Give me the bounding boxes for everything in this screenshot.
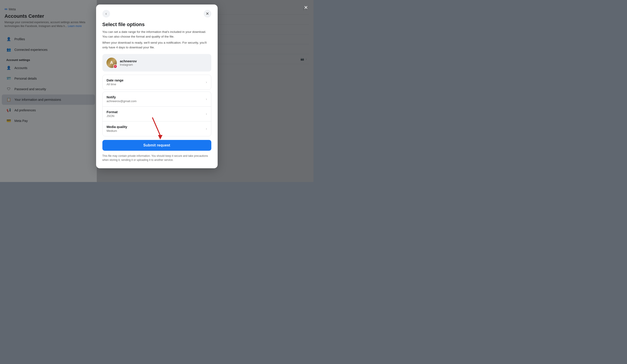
date-range-left: Date range All time [107, 79, 124, 86]
format-left: Format JSON [107, 110, 118, 118]
media-quality-label: Media quality [107, 125, 127, 129]
modal-close-button[interactable]: ✕ [204, 10, 211, 18]
notify-label: Notify [107, 95, 137, 99]
modal-back-button[interactable]: ‹ [103, 10, 110, 18]
date-range-option[interactable]: Date range All time › [103, 75, 211, 90]
notify-chevron: › [206, 97, 207, 101]
modal-dialog: ‹ ✕ Select file options You can set a da… [96, 4, 218, 168]
format-chevron: › [206, 112, 207, 116]
format-value: JSON [107, 114, 118, 118]
media-quality-option[interactable]: Media quality Medium › [103, 122, 211, 136]
date-range-value: All time [107, 83, 124, 86]
media-quality-value: Medium [107, 129, 127, 133]
instagram-badge [113, 64, 117, 68]
media-quality-chevron: › [206, 127, 207, 131]
submit-button-wrapper: Submit request [103, 140, 211, 151]
modal-desc-2: When your download is ready, we'll send … [103, 41, 211, 50]
svg-point-2 [115, 66, 116, 66]
account-card: A [103, 54, 211, 72]
submit-request-button[interactable]: Submit request [103, 140, 211, 151]
account-info: achneerov Instagram [120, 59, 137, 66]
format-label: Format [107, 110, 118, 114]
modal-title: Select file options [103, 22, 211, 27]
date-range-label: Date range [107, 79, 124, 82]
account-platform: Instagram [120, 63, 137, 66]
date-range-section: Date range All time › [103, 75, 211, 90]
notify-value: achneerov@gmail.com [107, 99, 137, 103]
modal-desc-1: You can set a date range for the informa… [103, 30, 211, 39]
notify-left: Notify achneerov@gmail.com [107, 95, 137, 103]
media-quality-left: Media quality Medium [107, 125, 127, 133]
modal-overlay: ‹ ✕ Select file options You can set a da… [0, 0, 314, 182]
modal-header: ‹ ✕ [103, 10, 211, 18]
notify-format-section: Notify achneerov@gmail.com › Format JSON… [103, 91, 211, 136]
account-username: achneerov [120, 59, 137, 63]
screen-close-button[interactable]: ✕ [302, 3, 310, 12]
date-range-chevron: › [206, 80, 207, 84]
modal-footer-note: This file may contain private informatio… [103, 154, 211, 162]
svg-rect-0 [114, 65, 116, 67]
format-option[interactable]: Format JSON › [103, 107, 211, 122]
notify-option[interactable]: Notify achneerov@gmail.com › [103, 92, 211, 107]
account-avatar: A [106, 58, 117, 68]
